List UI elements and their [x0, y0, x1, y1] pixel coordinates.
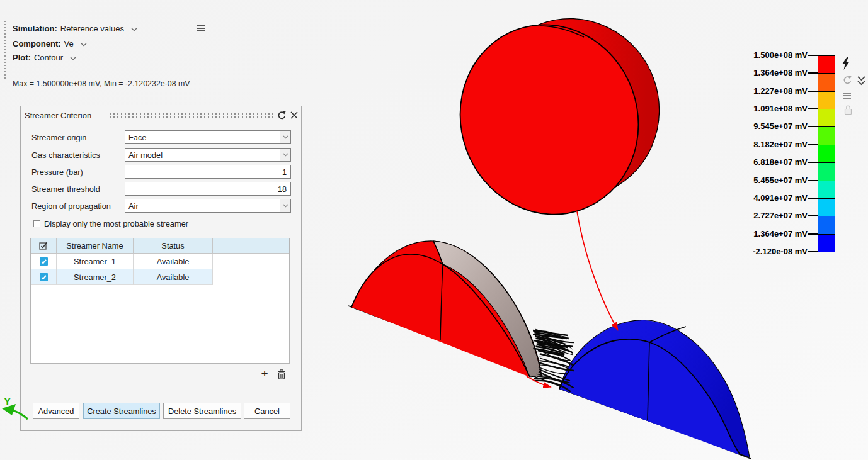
ground-electrode-half-cylinder[interactable]: [351, 241, 542, 377]
panel-drag-handle[interactable]: [4, 21, 6, 80]
legend-label: 1.500e+08 mV: [745, 50, 808, 61]
streamer-origin-label: Streamer origin: [31, 130, 86, 144]
refresh-icon[interactable]: [842, 75, 852, 87]
legend-tick: [808, 233, 818, 235]
dropdown-arrow-button[interactable]: [280, 131, 290, 143]
legend-band: [818, 92, 835, 109]
plot-value[interactable]: Contour: [34, 53, 63, 62]
streamer1-checkbox[interactable]: [40, 257, 48, 266]
dialog-drag-dots[interactable]: [110, 116, 275, 118]
legend-label: 5.455e+07 mV: [745, 175, 808, 186]
gas-characteristics-select[interactable]: Air model: [125, 148, 291, 162]
lightning-bolt-icon[interactable]: [842, 57, 850, 73]
gas-characteristics-label: Gas characteristics: [31, 148, 100, 162]
simulation-value[interactable]: Reference values: [60, 24, 124, 33]
dialog-drag-dots[interactable]: [110, 113, 275, 115]
legend-label: 6.818e+07 mV: [745, 157, 808, 168]
streamer1-status-cell[interactable]: Available: [134, 254, 213, 269]
streamer1-name-cell[interactable]: Streamer_1: [57, 254, 134, 269]
streamer-table: Streamer Name Status Streamer_1 Availabl…: [30, 238, 290, 364]
streamer2-checkbox[interactable]: [40, 273, 48, 281]
dropdown-arrow-button[interactable]: [280, 199, 290, 212]
panel-menu-icon[interactable]: [197, 24, 206, 33]
legend-label: 4.091e+07 mV: [745, 193, 808, 204]
add-streamer-icon[interactable]: +: [259, 367, 270, 380]
delete-streamer-trash-icon[interactable]: [277, 369, 286, 381]
streamer-origin-value: Face: [125, 133, 280, 142]
chevron-down-icon[interactable]: [70, 53, 76, 62]
legend-label: 8.182e+07 mV: [745, 139, 808, 150]
legend-tick: [808, 144, 818, 145]
streamer-origin-select[interactable]: Face: [125, 130, 291, 144]
delete-streamlines-button[interactable]: Delete Streamlines: [163, 403, 241, 419]
dropdown-arrow-button[interactable]: [280, 149, 290, 161]
legend-tick: [808, 162, 818, 163]
pressure-value: 1: [125, 167, 290, 177]
legend-tick: [808, 251, 818, 252]
chevron-down-icon[interactable]: [131, 24, 137, 33]
dome-electrode-blue[interactable]: [559, 320, 750, 457]
upper-electrode-disc[interactable]: [433, 0, 684, 240]
column-header-status[interactable]: Status: [134, 238, 213, 253]
streamer-criterion-dialog: Streamer Criterion Streamer origin Face …: [20, 106, 302, 431]
legend-label: 1.091e+08 mV: [745, 103, 808, 115]
double-chevron-down-icon[interactable]: [857, 76, 866, 89]
create-streamlines-button[interactable]: Create Streamlines: [83, 403, 160, 419]
component-row: Component: Ve: [13, 38, 87, 49]
legend-label: 2.727e+07 mV: [745, 210, 808, 222]
legend-tick: [808, 72, 818, 74]
legend-band: [818, 181, 835, 199]
legend-label: 1.364e+08 mV: [745, 67, 808, 79]
pressure-label: Pressure (bar): [31, 165, 83, 179]
component-label: Component:: [13, 39, 61, 48]
legend-tick: [808, 180, 818, 181]
legend-tick: [808, 55, 818, 56]
display-most-probable-label: Display only the most probable streamer: [44, 219, 188, 228]
table-row[interactable]: Streamer_2 Available: [31, 269, 289, 285]
legend-color-bar: [818, 55, 835, 252]
table-header-row: Streamer Name Status: [31, 238, 289, 254]
legend-band: [818, 74, 835, 91]
max-min-range-text: Max = 1.500000e+08 mV, Min = -2.120232e-…: [13, 79, 190, 88]
region-of-propagation-select[interactable]: Air: [125, 199, 291, 213]
column-header-empty: [213, 238, 289, 253]
dialog-close-icon[interactable]: [290, 111, 298, 121]
plot-label: Plot:: [13, 53, 31, 62]
cancel-button[interactable]: Cancel: [244, 403, 290, 419]
advanced-button[interactable]: Advanced: [33, 403, 79, 419]
legend-band: [818, 163, 835, 181]
streamer-threshold-input[interactable]: 18: [125, 182, 291, 196]
legend-label: 1.364e+07 mV: [745, 228, 808, 240]
legend-tick: [808, 108, 818, 109]
legend-menu-icon[interactable]: [843, 91, 851, 100]
legend-band: [818, 235, 835, 252]
simulation-row: Simulation: Reference values: [13, 23, 137, 34]
streamer-arrow-1: [577, 211, 618, 330]
legend-band: [818, 56, 835, 74]
legend-band: [818, 216, 835, 234]
streamer2-status-cell[interactable]: Available: [134, 269, 213, 285]
plot-row: Plot: Contour: [13, 52, 76, 63]
legend-band: [818, 199, 835, 216]
streamer2-name-cell[interactable]: Streamer_2: [57, 269, 134, 285]
chevron-down-icon[interactable]: [81, 39, 87, 48]
dialog-title: Streamer Criterion: [25, 111, 91, 120]
column-header-streamer-name[interactable]: Streamer Name: [57, 238, 134, 253]
color-scale-legend: 1.500e+08 mV 1.364e+08 mV 1.227e+08 mV 1…: [743, 50, 838, 261]
region-of-propagation-value: Air: [125, 201, 280, 211]
legend-tick: [808, 91, 818, 92]
display-most-probable-checkbox[interactable]: [33, 220, 40, 227]
legend-band: [818, 109, 835, 127]
table-row[interactable]: Streamer_1 Available: [31, 254, 289, 269]
streamer-threshold-value: 18: [125, 184, 290, 194]
component-value[interactable]: Ve: [64, 39, 74, 48]
select-all-checkbox-icon[interactable]: [31, 238, 57, 253]
dialog-reset-icon[interactable]: [277, 110, 287, 122]
legend-label: -2.120e-08 mV: [745, 246, 808, 257]
streamer-threshold-label: Streamer threshold: [31, 182, 100, 196]
gas-characteristics-value: Air model: [125, 150, 280, 160]
legend-tick: [808, 126, 818, 127]
pressure-input[interactable]: 1: [125, 165, 291, 179]
lock-icon[interactable]: [844, 104, 852, 118]
legend-band: [818, 127, 835, 145]
